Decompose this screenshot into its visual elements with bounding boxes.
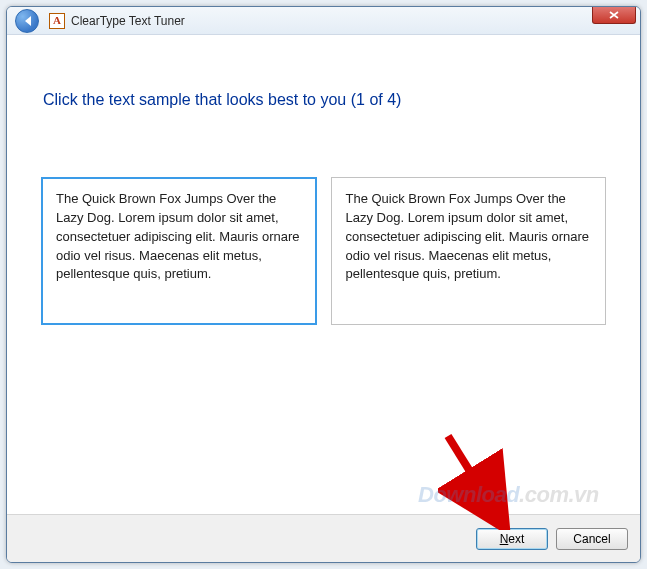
wizard-footer: Next Cancel <box>7 514 640 562</box>
cancel-button[interactable]: Cancel <box>556 528 628 550</box>
close-icon <box>609 11 619 19</box>
sample-text: The Quick Brown Fox Jumps Over the Lazy … <box>346 191 590 281</box>
back-button[interactable] <box>15 9 39 33</box>
wizard-window: ClearType Text Tuner Click the text samp… <box>6 6 641 563</box>
close-button[interactable] <box>592 6 636 24</box>
page-heading: Click the text sample that looks best to… <box>43 91 612 109</box>
wizard-content: Click the text sample that looks best to… <box>7 35 640 514</box>
text-sample-1[interactable]: The Quick Brown Fox Jumps Over the Lazy … <box>41 177 317 325</box>
titlebar: ClearType Text Tuner <box>7 7 640 35</box>
text-sample-2[interactable]: The Quick Brown Fox Jumps Over the Lazy … <box>331 177 607 325</box>
sample-text: The Quick Brown Fox Jumps Over the Lazy … <box>56 191 300 281</box>
app-icon <box>49 13 65 29</box>
window-title: ClearType Text Tuner <box>71 14 185 28</box>
sample-container: The Quick Brown Fox Jumps Over the Lazy … <box>35 177 612 325</box>
next-button[interactable]: Next <box>476 528 548 550</box>
